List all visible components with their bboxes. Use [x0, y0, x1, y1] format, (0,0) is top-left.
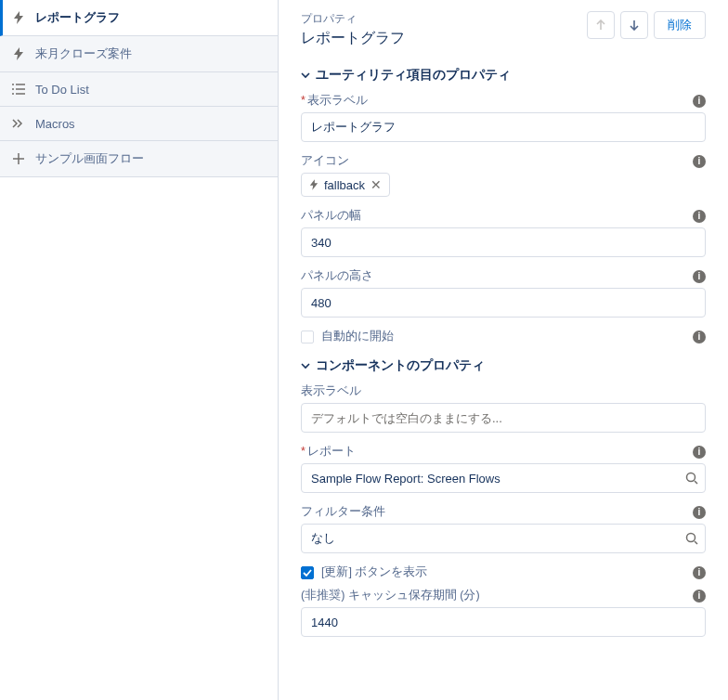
panel-width-input[interactable]: [301, 227, 706, 257]
sidebar-item-macros[interactable]: Macros: [0, 107, 278, 141]
bolt-icon: [309, 179, 318, 190]
sidebar-item-label: Macros: [35, 117, 75, 131]
info-icon[interactable]: i: [693, 155, 706, 168]
sidebar: レポートグラフ 来月クローズ案件 To Do List Macros サンプル画…: [0, 0, 279, 700]
info-icon[interactable]: i: [693, 95, 706, 108]
field-label: *レポート: [301, 444, 356, 460]
section-component-header[interactable]: コンポーネントのプロパティ: [301, 357, 706, 374]
field-label: (非推奨) キャッシュ保存期間 (分): [301, 588, 480, 603]
report-lookup-input[interactable]: [301, 463, 706, 493]
display-label-input[interactable]: [301, 112, 706, 142]
info-icon[interactable]: i: [693, 446, 706, 459]
chevron-down-icon: [301, 71, 310, 80]
info-icon[interactable]: i: [693, 331, 706, 344]
section-title: コンポーネントのプロパティ: [316, 357, 485, 374]
sidebar-item-label: レポートグラフ: [35, 9, 120, 26]
panel-title: レポートグラフ: [301, 29, 405, 48]
svg-point-0: [687, 473, 696, 482]
arrow-up-icon: [595, 19, 606, 31]
info-icon[interactable]: i: [693, 506, 706, 519]
panel-height-input[interactable]: [301, 288, 706, 318]
delete-button[interactable]: 削除: [654, 11, 706, 39]
svg-point-1: [687, 534, 696, 542]
move-up-button[interactable]: [587, 11, 615, 39]
sidebar-item-sample-flow[interactable]: サンプル画面フロー: [0, 141, 278, 177]
field-label: [更新] ボタンを表示: [321, 564, 427, 580]
bolt-icon: [11, 10, 26, 25]
panel-header: プロパティ レポートグラフ 削除: [301, 11, 706, 48]
chevrons-icon: [11, 116, 26, 131]
sidebar-item-label: 来月クローズ案件: [35, 45, 132, 62]
sidebar-item-todo-list[interactable]: To Do List: [0, 72, 278, 107]
field-label: *表示ラベル: [301, 93, 368, 109]
field-label: パネルの幅: [301, 208, 361, 224]
field-label: 自動的に開始: [321, 329, 394, 344]
component-display-label-input[interactable]: [301, 403, 706, 433]
search-icon[interactable]: [685, 472, 698, 485]
check-icon: [303, 568, 312, 577]
properties-panel: プロパティ レポートグラフ 削除 ユーティリティ項目のプロパティ *表示ラベル …: [279, 0, 728, 700]
field-label: フィルター条件: [301, 504, 385, 520]
search-icon[interactable]: [685, 532, 698, 545]
sidebar-item-report-graph[interactable]: レポートグラフ: [0, 0, 278, 36]
field-label: アイコン: [301, 153, 349, 169]
sidebar-item-next-month-close[interactable]: 来月クローズ案件: [0, 36, 278, 72]
sidebar-item-label: To Do List: [35, 83, 89, 97]
chevron-down-icon: [301, 361, 310, 370]
section-title: ユーティリティ項目のプロパティ: [316, 67, 511, 84]
autostart-checkbox[interactable]: [301, 331, 314, 344]
close-icon[interactable]: ✕: [370, 177, 382, 192]
field-label: 表示ラベル: [301, 383, 361, 399]
icon-pill-label: fallback: [324, 178, 365, 192]
panel-caption: プロパティ: [301, 11, 405, 27]
section-utility-header[interactable]: ユーティリティ項目のプロパティ: [301, 67, 706, 84]
info-icon[interactable]: i: [693, 210, 706, 223]
field-label: パネルの高さ: [301, 268, 373, 284]
cache-duration-input[interactable]: [301, 607, 706, 637]
filter-lookup-input[interactable]: [301, 524, 706, 553]
checklist-icon: [11, 82, 26, 97]
info-icon[interactable]: i: [693, 566, 706, 579]
info-icon[interactable]: i: [693, 590, 706, 603]
show-refresh-checkbox[interactable]: [301, 566, 314, 579]
info-icon[interactable]: i: [693, 270, 706, 283]
arrow-down-icon: [629, 19, 640, 31]
plus-icon: [11, 151, 26, 166]
sidebar-item-label: サンプル画面フロー: [35, 150, 144, 167]
bolt-icon: [11, 46, 26, 61]
move-down-button[interactable]: [620, 11, 648, 39]
icon-pill[interactable]: fallback ✕: [301, 173, 390, 197]
